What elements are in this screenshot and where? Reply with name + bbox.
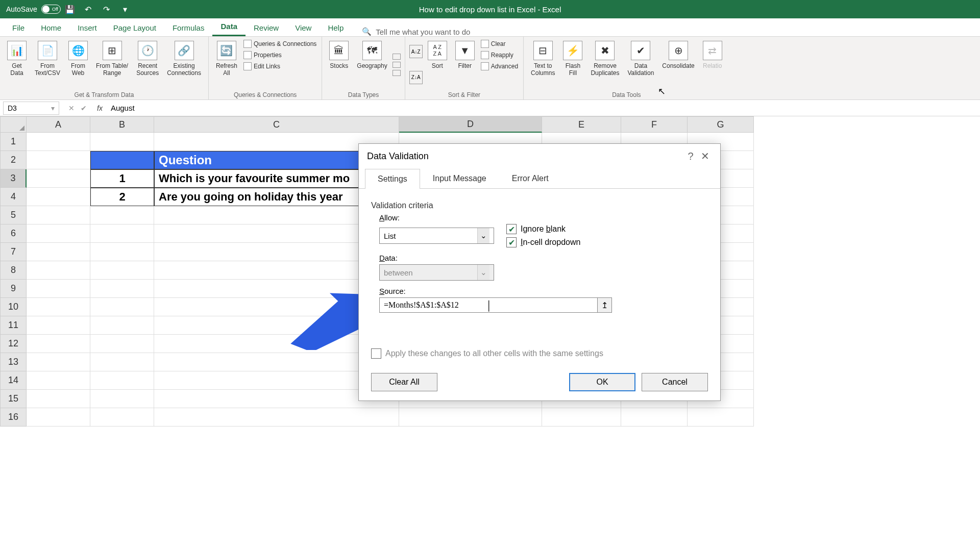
tab-settings[interactable]: Settings xyxy=(365,169,420,189)
from-text-button[interactable]: 📄From Text/CSV xyxy=(32,39,63,90)
autosave-toggle[interactable]: AutoSave Off xyxy=(6,5,61,14)
gallery-down-icon[interactable] xyxy=(393,62,401,68)
table-cell-num[interactable]: 2 xyxy=(90,188,154,206)
allow-select[interactable]: List ⌄ xyxy=(379,228,494,244)
incell-dropdown-checkbox[interactable]: ✔In-cell dropdown xyxy=(506,237,580,247)
cell[interactable] xyxy=(90,390,154,408)
ok-button[interactable]: OK xyxy=(569,373,635,391)
tab-data[interactable]: Data xyxy=(212,18,246,36)
sort-button[interactable]: A ZZ ASort xyxy=(425,39,450,90)
tab-input-message[interactable]: Input Message xyxy=(420,168,499,188)
column-header[interactable]: E xyxy=(542,116,621,133)
formula-input[interactable] xyxy=(107,104,980,112)
cell[interactable] xyxy=(90,261,154,280)
cell[interactable] xyxy=(27,206,90,224)
cell[interactable] xyxy=(688,408,754,427)
row-header[interactable]: 7 xyxy=(0,243,27,261)
cell[interactable] xyxy=(90,298,154,316)
cell[interactable] xyxy=(27,298,90,316)
close-icon[interactable]: ✕ xyxy=(698,150,712,162)
stocks-button[interactable]: 🏛Stocks xyxy=(326,39,352,90)
row-header[interactable]: 11 xyxy=(0,316,27,335)
cancel-formula-icon[interactable]: ✕ xyxy=(68,104,75,112)
cell[interactable] xyxy=(399,408,542,427)
geography-button[interactable]: 🗺Geography xyxy=(354,39,390,90)
tell-me-search[interactable]: 🔍 Tell me what you want to do xyxy=(362,27,470,36)
cell[interactable] xyxy=(542,408,621,427)
column-header[interactable]: G xyxy=(688,116,754,133)
column-header[interactable]: F xyxy=(621,116,688,133)
existing-conn-button[interactable]: 🔗Existing Connections xyxy=(164,39,204,90)
select-all-corner[interactable] xyxy=(0,116,27,133)
clear-filter-button[interactable]: Clear xyxy=(480,39,519,49)
cell[interactable] xyxy=(90,133,154,151)
tab-home[interactable]: Home xyxy=(33,19,69,36)
cell[interactable] xyxy=(90,371,154,390)
cell[interactable] xyxy=(27,261,90,280)
from-table-button[interactable]: ⊞From Table/ Range xyxy=(93,39,131,90)
tab-review[interactable]: Review xyxy=(246,19,287,36)
recent-sources-button[interactable]: 🕐Recent Sources xyxy=(133,39,162,90)
cell[interactable] xyxy=(27,280,90,298)
column-header[interactable]: B xyxy=(90,116,154,133)
properties-button[interactable]: Properties xyxy=(242,50,317,60)
tab-page-layout[interactable]: Page Layout xyxy=(105,19,164,36)
tab-file[interactable]: File xyxy=(4,19,33,36)
cell[interactable] xyxy=(27,133,90,151)
sort-asc-icon[interactable]: A↓Z xyxy=(409,45,423,58)
cell[interactable] xyxy=(90,408,154,427)
cell[interactable] xyxy=(90,206,154,224)
column-header[interactable]: D xyxy=(399,116,542,133)
clear-all-button[interactable]: Clear All xyxy=(371,373,437,391)
queries-connections-button[interactable]: Queries & Connections xyxy=(242,39,317,49)
table-cell-num[interactable]: 1 xyxy=(90,169,154,188)
chevron-down-icon[interactable]: ▾ xyxy=(51,104,55,112)
tab-insert[interactable]: Insert xyxy=(69,19,105,36)
qat-dropdown-icon[interactable]: ▾ xyxy=(120,4,130,14)
reapply-button[interactable]: Reapply xyxy=(480,50,519,60)
filter-button[interactable]: ▼Filter xyxy=(452,39,478,90)
gallery-up-icon[interactable] xyxy=(393,54,401,60)
row-header[interactable]: 3 xyxy=(0,169,27,188)
column-header[interactable]: A xyxy=(27,116,90,133)
fx-icon[interactable]: fx xyxy=(97,104,103,112)
flash-fill-button[interactable]: ⚡Flash Fill xyxy=(560,39,585,90)
sort-desc-icon[interactable]: Z↓A xyxy=(409,71,423,84)
range-picker-icon[interactable]: ↥ xyxy=(598,297,612,313)
cell[interactable] xyxy=(90,316,154,335)
advanced-filter-button[interactable]: Advanced xyxy=(480,61,519,71)
row-header[interactable]: 4 xyxy=(0,188,27,206)
row-header[interactable]: 1 xyxy=(0,133,27,151)
refresh-all-button[interactable]: 🔄Refresh All xyxy=(213,39,240,90)
cell[interactable] xyxy=(27,169,90,188)
relationships-button[interactable]: ⇄Relatio xyxy=(700,39,725,90)
cell[interactable] xyxy=(27,188,90,206)
cell[interactable] xyxy=(154,408,399,427)
tab-help[interactable]: Help xyxy=(320,19,352,36)
row-header[interactable]: 16 xyxy=(0,408,27,427)
get-data-button[interactable]: 📊Get Data xyxy=(4,39,30,90)
cell[interactable] xyxy=(27,243,90,261)
cell[interactable] xyxy=(90,224,154,243)
row-header[interactable]: 15 xyxy=(0,390,27,408)
row-header[interactable]: 14 xyxy=(0,371,27,390)
edit-links-button[interactable]: Edit Links xyxy=(242,61,317,71)
row-header[interactable]: 8 xyxy=(0,261,27,280)
row-header[interactable]: 6 xyxy=(0,224,27,243)
cell[interactable] xyxy=(27,390,90,408)
save-icon[interactable]: 💾 xyxy=(65,4,75,14)
row-header[interactable]: 2 xyxy=(0,151,27,169)
cell[interactable] xyxy=(90,243,154,261)
row-header[interactable]: 10 xyxy=(0,298,27,316)
cell[interactable] xyxy=(90,335,154,353)
cell[interactable] xyxy=(90,353,154,371)
text-to-columns-button[interactable]: ⊟Text to Columns xyxy=(528,39,558,90)
cell[interactable] xyxy=(27,316,90,335)
row-header[interactable]: 9 xyxy=(0,280,27,298)
tab-error-alert[interactable]: Error Alert xyxy=(499,168,561,188)
column-header[interactable]: C xyxy=(154,116,399,133)
row-header[interactable]: 12 xyxy=(0,335,27,353)
cell[interactable] xyxy=(27,408,90,427)
cell[interactable] xyxy=(27,335,90,353)
ignore-blank-checkbox[interactable]: ✔Ignore blank xyxy=(506,224,580,234)
